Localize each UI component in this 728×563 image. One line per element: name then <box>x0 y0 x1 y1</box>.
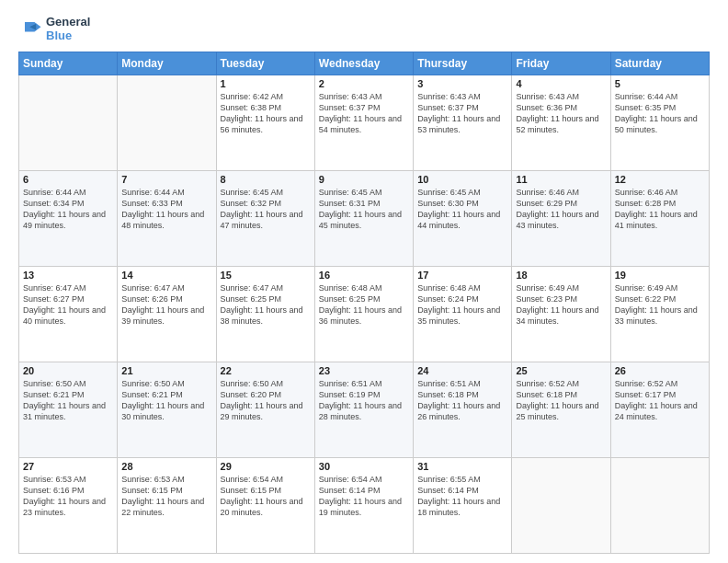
calendar-week-4: 20Sunrise: 6:50 AM Sunset: 6:21 PM Dayli… <box>19 362 710 458</box>
logo-text: General Blue <box>46 15 90 42</box>
day-number: 14 <box>121 270 211 281</box>
calendar-cell: 24Sunrise: 6:51 AM Sunset: 6:18 PM Dayli… <box>414 362 512 458</box>
day-info: Sunrise: 6:53 AM Sunset: 6:16 PM Dayligh… <box>23 474 113 519</box>
day-info: Sunrise: 6:49 AM Sunset: 6:23 PM Dayligh… <box>516 282 606 327</box>
day-info: Sunrise: 6:47 AM Sunset: 6:27 PM Dayligh… <box>23 282 113 327</box>
day-number: 21 <box>121 365 211 376</box>
day-number: 11 <box>516 174 606 185</box>
day-info: Sunrise: 6:43 AM Sunset: 6:37 PM Dayligh… <box>319 91 409 136</box>
day-number: 26 <box>615 365 705 376</box>
calendar-cell: 6Sunrise: 6:44 AM Sunset: 6:34 PM Daylig… <box>19 171 118 267</box>
logo-icon <box>18 16 44 41</box>
calendar-cell: 27Sunrise: 6:53 AM Sunset: 6:16 PM Dayli… <box>19 458 118 554</box>
calendar-cell: 15Sunrise: 6:47 AM Sunset: 6:25 PM Dayli… <box>216 267 314 362</box>
calendar-cell: 20Sunrise: 6:50 AM Sunset: 6:21 PM Dayli… <box>19 362 118 458</box>
calendar-cell: 23Sunrise: 6:51 AM Sunset: 6:19 PM Dayli… <box>314 362 413 458</box>
calendar-cell: 12Sunrise: 6:46 AM Sunset: 6:28 PM Dayli… <box>610 171 709 267</box>
calendar-cell: 30Sunrise: 6:54 AM Sunset: 6:14 PM Dayli… <box>314 458 413 554</box>
day-info: Sunrise: 6:45 AM Sunset: 6:30 PM Dayligh… <box>417 187 507 232</box>
day-number: 5 <box>615 78 705 89</box>
weekday-header-sunday: Sunday <box>19 52 118 75</box>
calendar-cell <box>118 75 216 171</box>
day-info: Sunrise: 6:48 AM Sunset: 6:24 PM Dayligh… <box>417 282 507 327</box>
day-info: Sunrise: 6:43 AM Sunset: 6:37 PM Dayligh… <box>417 91 507 136</box>
weekday-header-tuesday: Tuesday <box>216 52 314 75</box>
calendar-week-2: 6Sunrise: 6:44 AM Sunset: 6:34 PM Daylig… <box>19 171 710 267</box>
weekday-header-friday: Friday <box>512 52 610 75</box>
header: General Blue <box>18 15 710 42</box>
day-info: Sunrise: 6:48 AM Sunset: 6:25 PM Dayligh… <box>319 282 409 327</box>
calendar-cell: 28Sunrise: 6:53 AM Sunset: 6:15 PM Dayli… <box>118 458 216 554</box>
day-info: Sunrise: 6:54 AM Sunset: 6:15 PM Dayligh… <box>221 474 311 519</box>
day-number: 18 <box>516 270 606 281</box>
day-info: Sunrise: 6:47 AM Sunset: 6:25 PM Dayligh… <box>221 282 311 327</box>
calendar-week-5: 27Sunrise: 6:53 AM Sunset: 6:16 PM Dayli… <box>19 458 710 554</box>
day-number: 2 <box>319 78 409 89</box>
day-info: Sunrise: 6:44 AM Sunset: 6:34 PM Dayligh… <box>23 187 113 232</box>
day-number: 28 <box>121 461 211 472</box>
day-number: 22 <box>221 365 311 376</box>
day-number: 16 <box>319 270 409 281</box>
page: General Blue SundayMondayTuesdayWednesda… <box>0 0 728 563</box>
day-number: 8 <box>221 174 311 185</box>
day-number: 25 <box>516 365 606 376</box>
calendar-cell: 13Sunrise: 6:47 AM Sunset: 6:27 PM Dayli… <box>19 267 118 362</box>
day-info: Sunrise: 6:44 AM Sunset: 6:33 PM Dayligh… <box>121 187 211 232</box>
logo: General Blue <box>18 15 90 42</box>
day-number: 6 <box>23 174 113 185</box>
day-info: Sunrise: 6:46 AM Sunset: 6:29 PM Dayligh… <box>516 187 606 232</box>
calendar-cell: 21Sunrise: 6:50 AM Sunset: 6:21 PM Dayli… <box>118 362 216 458</box>
day-number: 10 <box>417 174 507 185</box>
calendar-cell: 9Sunrise: 6:45 AM Sunset: 6:31 PM Daylig… <box>314 171 413 267</box>
calendar-cell: 3Sunrise: 6:43 AM Sunset: 6:37 PM Daylig… <box>414 75 512 171</box>
calendar-cell: 16Sunrise: 6:48 AM Sunset: 6:25 PM Dayli… <box>314 267 413 362</box>
day-info: Sunrise: 6:44 AM Sunset: 6:35 PM Dayligh… <box>615 91 705 136</box>
calendar-cell: 5Sunrise: 6:44 AM Sunset: 6:35 PM Daylig… <box>610 75 709 171</box>
weekday-header-monday: Monday <box>118 52 216 75</box>
calendar-cell: 26Sunrise: 6:52 AM Sunset: 6:17 PM Dayli… <box>610 362 709 458</box>
calendar-week-3: 13Sunrise: 6:47 AM Sunset: 6:27 PM Dayli… <box>19 267 710 362</box>
calendar-header-row: SundayMondayTuesdayWednesdayThursdayFrid… <box>19 52 710 75</box>
day-number: 1 <box>221 78 311 89</box>
calendar-cell: 4Sunrise: 6:43 AM Sunset: 6:36 PM Daylig… <box>512 75 610 171</box>
day-info: Sunrise: 6:45 AM Sunset: 6:32 PM Dayligh… <box>221 187 311 232</box>
day-info: Sunrise: 6:42 AM Sunset: 6:38 PM Dayligh… <box>221 91 311 136</box>
day-info: Sunrise: 6:43 AM Sunset: 6:36 PM Dayligh… <box>516 91 606 136</box>
day-info: Sunrise: 6:50 AM Sunset: 6:21 PM Dayligh… <box>121 378 211 423</box>
calendar-cell: 1Sunrise: 6:42 AM Sunset: 6:38 PM Daylig… <box>216 75 314 171</box>
day-number: 27 <box>23 461 113 472</box>
calendar-cell <box>19 75 118 171</box>
day-number: 30 <box>319 461 409 472</box>
day-info: Sunrise: 6:46 AM Sunset: 6:28 PM Dayligh… <box>615 187 705 232</box>
day-number: 24 <box>417 365 507 376</box>
calendar-cell: 17Sunrise: 6:48 AM Sunset: 6:24 PM Dayli… <box>414 267 512 362</box>
calendar-cell: 18Sunrise: 6:49 AM Sunset: 6:23 PM Dayli… <box>512 267 610 362</box>
day-info: Sunrise: 6:53 AM Sunset: 6:15 PM Dayligh… <box>121 474 211 519</box>
day-info: Sunrise: 6:50 AM Sunset: 6:20 PM Dayligh… <box>221 378 311 423</box>
day-number: 20 <box>23 365 113 376</box>
day-info: Sunrise: 6:50 AM Sunset: 6:21 PM Dayligh… <box>23 378 113 423</box>
calendar-cell: 10Sunrise: 6:45 AM Sunset: 6:30 PM Dayli… <box>414 171 512 267</box>
day-number: 3 <box>417 78 507 89</box>
day-number: 15 <box>221 270 311 281</box>
day-number: 17 <box>417 270 507 281</box>
weekday-header-saturday: Saturday <box>610 52 709 75</box>
day-number: 13 <box>23 270 113 281</box>
day-number: 12 <box>615 174 705 185</box>
calendar-cell: 11Sunrise: 6:46 AM Sunset: 6:29 PM Dayli… <box>512 171 610 267</box>
day-number: 7 <box>121 174 211 185</box>
day-info: Sunrise: 6:51 AM Sunset: 6:19 PM Dayligh… <box>319 378 409 423</box>
calendar-cell: 19Sunrise: 6:49 AM Sunset: 6:22 PM Dayli… <box>610 267 709 362</box>
weekday-header-wednesday: Wednesday <box>314 52 413 75</box>
weekday-header-thursday: Thursday <box>414 52 512 75</box>
calendar-cell: 22Sunrise: 6:50 AM Sunset: 6:20 PM Dayli… <box>216 362 314 458</box>
day-info: Sunrise: 6:52 AM Sunset: 6:18 PM Dayligh… <box>516 378 606 423</box>
day-number: 29 <box>221 461 311 472</box>
calendar-body: 1Sunrise: 6:42 AM Sunset: 6:38 PM Daylig… <box>19 75 710 554</box>
calendar-week-1: 1Sunrise: 6:42 AM Sunset: 6:38 PM Daylig… <box>19 75 710 171</box>
day-info: Sunrise: 6:47 AM Sunset: 6:26 PM Dayligh… <box>121 282 211 327</box>
day-info: Sunrise: 6:49 AM Sunset: 6:22 PM Dayligh… <box>615 282 705 327</box>
calendar-table: SundayMondayTuesdayWednesdayThursdayFrid… <box>18 52 710 554</box>
day-number: 31 <box>417 461 507 472</box>
day-number: 19 <box>615 270 705 281</box>
